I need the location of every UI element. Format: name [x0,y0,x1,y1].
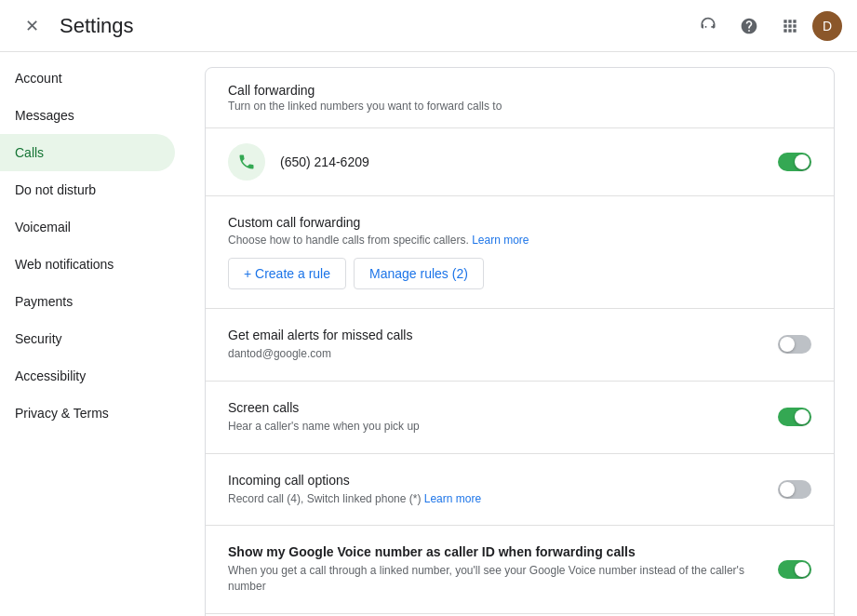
header-title: Settings [60,14,134,38]
screen-calls-info: Screen calls Hear a caller's name when y… [228,400,778,435]
custom-cf-buttons: + Create a rule Manage rules (2) [228,258,811,289]
close-button[interactable]: ✕ [15,9,48,43]
call-forwarding-section: Call forwarding Turn on the linked numbe… [205,67,835,616]
sidebar-item-do-not-disturb[interactable]: Do not disturb [0,171,175,208]
apps-button[interactable] [771,7,809,45]
email-alerts-email: dantod@google.com [228,346,756,362]
header-left: ✕ Settings [15,9,690,43]
toggle-thumb [795,562,810,577]
call-forwarding-desc: Turn on the linked numbers you want to f… [228,100,811,113]
incoming-call-options-row: Incoming call options Record call (4), S… [206,454,834,527]
screen-calls-row: Screen calls Hear a caller's name when y… [206,382,834,454]
apps-icon [781,17,799,35]
custom-cf-top: Custom call forwarding Choose how to han… [228,215,811,247]
headset-button[interactable] [690,7,727,45]
main-layout: Account Messages Calls Do not disturb Vo… [0,52,857,616]
screen-calls-desc: Hear a caller's name when you pick up [228,419,756,435]
help-button[interactable] [730,7,768,45]
custom-call-forwarding-row: Custom call forwarding Choose how to han… [206,196,834,309]
phone-icon [237,153,256,171]
phone-forward-toggle[interactable] [778,153,811,171]
sidebar-item-privacy-terms[interactable]: Privacy & Terms [0,395,175,432]
custom-cf-learn-more[interactable]: Learn more [472,234,529,247]
caller-id-info: Show my Google Voice number as caller ID… [228,544,778,595]
custom-cf-title: Custom call forwarding [228,215,811,230]
phone-icon-circle [228,143,265,181]
caller-id-toggle[interactable] [778,560,811,579]
custom-cf-desc-text: Choose how to handle calls from specific… [228,234,469,247]
screen-calls-title: Screen calls [228,400,756,415]
sidebar-item-messages[interactable]: Messages [0,97,175,134]
close-icon: ✕ [25,16,39,36]
toggle-thumb [795,409,810,424]
header-icons: D [690,7,842,45]
sidebar-item-web-notifications[interactable]: Web notifications [0,246,175,283]
headset-icon [699,17,717,35]
toggle-thumb [795,154,810,169]
caller-id-row: Show my Google Voice number as caller ID… [206,526,834,614]
help-icon [740,17,758,35]
incoming-call-options-desc-text: Record call (4), Switch linked phone (*) [228,492,421,505]
incoming-call-options-title: Incoming call options [228,473,756,488]
toggle-track [778,480,811,499]
phone-number-text: (650) 214-6209 [280,154,369,169]
phone-left: (650) 214-6209 [228,143,369,181]
phone-number-row: (650) 214-6209 [206,128,834,196]
sidebar: Account Messages Calls Do not disturb Vo… [0,52,182,616]
toggle-track [778,335,811,354]
toggle-track [778,408,811,426]
caller-id-desc: When you get a call through a linked num… [228,563,756,595]
incoming-call-options-learn-more[interactable]: Learn more [424,492,481,505]
toggle-track [778,560,811,579]
sidebar-item-voicemail[interactable]: Voicemail [0,208,175,246]
screen-calls-toggle[interactable] [778,408,811,426]
sidebar-item-accessibility[interactable]: Accessibility [0,357,175,395]
email-alerts-row: Get email alerts for missed calls dantod… [206,309,834,382]
toggle-thumb [780,482,795,497]
incoming-call-options-info: Incoming call options Record call (4), S… [228,473,778,507]
manage-rules-button[interactable]: Manage rules (2) [354,258,484,289]
incoming-call-options-desc: Record call (4), Switch linked phone (*)… [228,491,756,507]
content-area: Call forwarding Turn on the linked numbe… [182,52,857,616]
header: ✕ Settings D [0,0,857,52]
sidebar-item-account[interactable]: Account [0,60,175,97]
toggle-track [778,153,811,171]
toggle-thumb [780,337,795,352]
content-inner: Call forwarding Turn on the linked numbe… [182,67,857,616]
avatar[interactable]: D [812,11,842,41]
email-alerts-info: Get email alerts for missed calls dantod… [228,328,778,362]
create-rule-button[interactable]: + Create a rule [228,258,346,289]
custom-cf-desc: Choose how to handle calls from specific… [228,234,811,247]
call-forwarding-title: Call forwarding [228,83,811,98]
call-forwarding-header: Call forwarding Turn on the linked numbe… [206,68,834,128]
email-alerts-toggle[interactable] [778,335,811,354]
sidebar-item-payments[interactable]: Payments [0,283,175,320]
sidebar-item-calls[interactable]: Calls [0,134,175,171]
sidebar-item-security[interactable]: Security [0,320,175,357]
incoming-call-options-toggle[interactable] [778,480,811,499]
email-alerts-title: Get email alerts for missed calls [228,328,756,342]
caller-id-title: Show my Google Voice number as caller ID… [228,544,756,559]
